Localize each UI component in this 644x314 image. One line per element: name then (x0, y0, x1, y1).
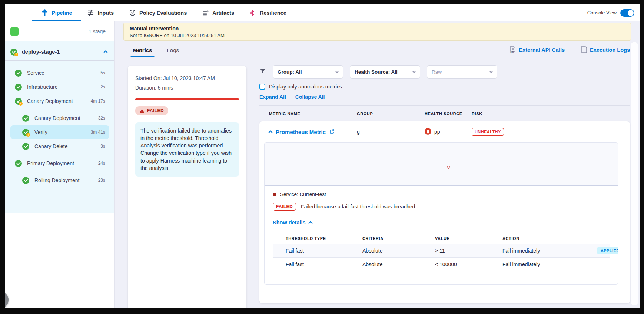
started-on: Started On: Jul 10, 2023 10:47 AM (135, 73, 239, 83)
metrics-table-header: METRIC NAME GROUP HEALTH SOURCE RISK (259, 111, 630, 116)
chart-legend: Service: Current-test (273, 191, 610, 197)
expand-collapse-row: Expand All Collapse All (259, 94, 630, 100)
duration: Duration: 5 mins (135, 83, 239, 93)
success-icon (22, 115, 29, 122)
view-tabs-row: Metrics Logs API External API Calls Exec… (132, 41, 630, 59)
scrollbar[interactable] (631, 42, 638, 305)
success-icon (15, 160, 22, 167)
metrics-panel: Group: All Health Source: All Raw (259, 65, 630, 303)
stage-status-square (10, 27, 19, 36)
failure-reason-row: FAILED Failed because a fail-fast thresh… (273, 203, 610, 211)
metric-group: g (357, 129, 425, 135)
tab-label: Artifacts (212, 10, 234, 16)
anomalous-data-point[interactable] (447, 166, 450, 169)
step-row-service[interactable]: Service 5s (5, 66, 114, 80)
banner-title: Manual Intervention (130, 26, 625, 31)
failed-status-badge: FAILED (135, 106, 168, 115)
metric-card: Prometheus Metric g pp (259, 121, 630, 303)
thresholds-table: THRESHOLD TYPE CRITERIA VALUE ACTION Fai… (273, 233, 610, 271)
tab-label: Pipeline (52, 10, 72, 16)
tab-label: Policy Evaluations (139, 10, 187, 16)
filter-icon (259, 68, 266, 76)
nav-tabs: Pipeline Inputs Policy Evaluations (41, 4, 286, 21)
collapse-all-link[interactable]: Collapse All (295, 94, 325, 100)
verification-chart[interactable] (265, 143, 618, 186)
filters-row: Group: All Health Source: All Raw (259, 65, 630, 78)
health-source-filter-dropdown[interactable]: Health Source: All (350, 65, 420, 78)
metric-row-prometheus[interactable]: Prometheus Metric g pp (259, 124, 630, 140)
metric-details: Service: Current-test FAILED Failed beca… (264, 142, 618, 285)
execution-logs-link[interactable]: Execution Logs (581, 46, 630, 54)
tab-label: Resilience (260, 10, 286, 16)
success-warning-icon (22, 129, 29, 136)
step-list: Service 5s Infrastructure 2s Canary Depl… (5, 61, 114, 187)
chevron-down-icon (412, 70, 416, 73)
tab-logs[interactable]: Logs (166, 41, 180, 59)
banner-subtitle: Set to IGNORE on 10-Jul-2023 10:50:51 AM (130, 33, 625, 38)
success-warning-icon (10, 49, 17, 56)
stage-count: 1 stage (89, 29, 106, 34)
tab-resilience[interactable]: Resilience (249, 4, 286, 21)
artifacts-icon (202, 9, 209, 17)
applied-badge: APPLIED (597, 247, 618, 254)
tab-pipeline[interactable]: Pipeline (41, 4, 72, 21)
divider (291, 94, 291, 100)
step-row-rolling-deployment[interactable]: Rolling Deployment 23s (5, 173, 114, 187)
table-row: Fail fast Absolute > 11 Fail immediately… (273, 244, 610, 258)
tab-label: Inputs (98, 10, 114, 16)
thresholds-header: THRESHOLD TYPE CRITERIA VALUE ACTION (273, 233, 610, 244)
tab-metrics[interactable]: Metrics (132, 41, 153, 59)
tab-inputs[interactable]: Inputs (87, 4, 114, 21)
step-row-canary-delete[interactable]: Canary Delete 3s (5, 139, 114, 153)
stage-label: deploy-stage-1 (22, 49, 100, 55)
risk-badge: UNHEALTHY (472, 128, 504, 136)
document-icon (581, 46, 587, 54)
svg-text:API: API (510, 51, 514, 53)
content-shell: 1 stage deploy-stage-1 Service 5s (5, 21, 640, 308)
main-panel: Manual Intervention Set to IGNORE on 10-… (115, 21, 640, 308)
screenshot-frame: Pipeline Inputs Policy Evaluations (0, 0, 644, 314)
sidebar-header: 1 stage (5, 21, 114, 41)
console-view-control: Console View (587, 9, 634, 17)
success-icon (15, 70, 22, 77)
health-source-name: pp (434, 129, 440, 135)
chevron-down-icon (489, 70, 493, 73)
manual-intervention-banner: Manual Intervention Set to IGNORE on 10-… (123, 23, 631, 41)
chevron-up-icon[interactable] (103, 50, 107, 54)
success-icon (22, 143, 29, 150)
tab-policy-evaluations[interactable]: Policy Evaluations (129, 4, 187, 21)
success-warning-icon (15, 98, 22, 105)
metric-name-link[interactable]: Prometheus Metric (276, 129, 326, 135)
top-navigation: Pipeline Inputs Policy Evaluations (5, 4, 640, 21)
step-row-infrastructure[interactable]: Infrastructure 2s (5, 80, 114, 94)
table-row: Fail fast Absolute < 100000 Fail immedia… (273, 258, 610, 271)
expand-all-link[interactable]: Expand All (259, 94, 286, 100)
api-document-icon: API (509, 46, 516, 54)
inputs-icon (87, 9, 94, 17)
external-api-calls-link[interactable]: API External API Calls (509, 46, 565, 54)
canary-substeps: Canary Deployment 32s Verify 3m 41s Cana… (5, 111, 114, 153)
success-icon (22, 177, 29, 184)
failed-badge: FAILED (273, 203, 296, 211)
chevron-down-icon (335, 70, 339, 73)
progress-bar-failed (135, 98, 239, 100)
chevron-up-icon (308, 221, 312, 225)
console-view-label: Console View (587, 10, 617, 16)
step-row-canary-deployment[interactable]: Canary Deployment 4m 17s (5, 94, 114, 108)
execution-sidebar: 1 stage deploy-stage-1 Service 5s (5, 21, 115, 308)
anomalous-metrics-checkbox[interactable] (259, 84, 265, 90)
chevron-up-icon[interactable] (268, 130, 272, 134)
tab-artifacts[interactable]: Artifacts (202, 4, 234, 21)
primary-substeps: Rolling Deployment 23s (5, 173, 114, 187)
anomalous-metrics-option[interactable]: Display only anomalous metrics (259, 84, 630, 90)
failure-reason: Failed because a fail-fast threshold was… (301, 204, 415, 210)
console-view-toggle[interactable] (620, 9, 634, 17)
verification-summary-card: Started On: Jul 10, 2023 10:47 AM Durati… (128, 66, 246, 308)
step-row-verify[interactable]: Verify 3m 41s (10, 125, 109, 139)
group-filter-dropdown[interactable]: Group: All (273, 65, 343, 78)
stage-row-deploy-stage-1[interactable]: deploy-stage-1 (5, 44, 114, 59)
raw-filter-dropdown[interactable]: Raw (427, 65, 497, 78)
step-row-primary-deployment[interactable]: Primary Deployment 24s (5, 156, 114, 170)
step-row-canary-deployment-sub[interactable]: Canary Deployment 32s (5, 111, 114, 125)
show-details-link[interactable]: Show details (273, 220, 312, 226)
